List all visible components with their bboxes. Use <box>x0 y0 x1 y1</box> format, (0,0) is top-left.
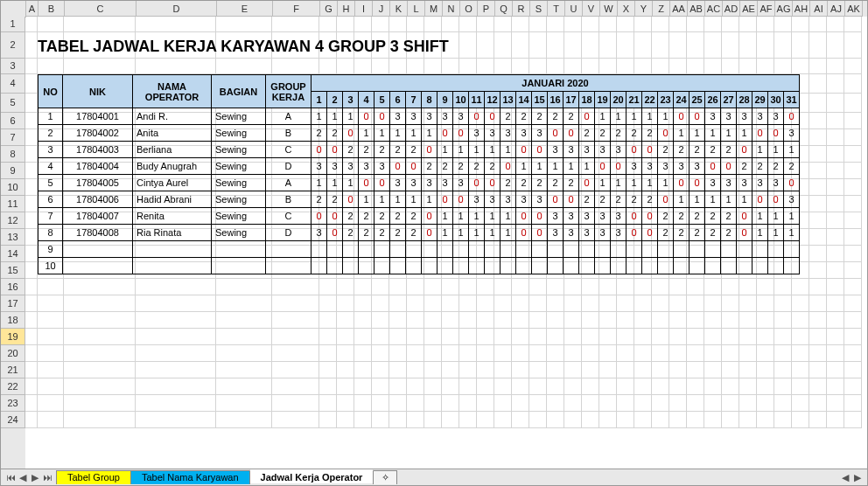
table-cell[interactable]: 1 <box>374 125 390 142</box>
column-header[interactable]: C <box>65 1 136 17</box>
table-cell[interactable]: 3 <box>548 225 564 241</box>
table-cell[interactable]: 3 <box>721 175 737 191</box>
table-cell[interactable]: 2 <box>374 142 390 158</box>
table-cell[interactable]: 1 <box>642 175 658 191</box>
table-cell[interactable]: A <box>266 108 312 125</box>
table-cell[interactable] <box>642 241 658 258</box>
table-cell[interactable]: 17804003 <box>63 142 133 158</box>
table-cell[interactable]: 3 <box>579 225 595 241</box>
table-cell[interactable]: 2 <box>690 225 705 241</box>
table-cell[interactable] <box>453 258 469 274</box>
column-header[interactable]: P <box>478 1 495 17</box>
table-cell[interactable]: 0 <box>658 125 674 142</box>
table-cell[interactable] <box>266 241 312 258</box>
table-cell[interactable] <box>359 258 374 274</box>
table-cell[interactable]: 0 <box>721 158 737 175</box>
table-cell[interactable] <box>548 241 564 258</box>
table-cell[interactable]: 3 <box>532 125 548 142</box>
table-cell[interactable]: Sewing <box>212 108 266 125</box>
column-header[interactable]: AK <box>845 1 863 17</box>
table-cell[interactable]: 3 <box>485 191 500 208</box>
table-cell[interactable]: 0 <box>705 158 721 175</box>
table-cell[interactable]: 1 <box>485 225 500 241</box>
table-cell[interactable] <box>485 241 500 258</box>
table-cell[interactable]: 0 <box>532 142 548 158</box>
table-cell[interactable]: 0 <box>564 191 579 208</box>
table-cell[interactable]: 0 <box>469 175 485 191</box>
table-cell[interactable]: 3 <box>705 175 721 191</box>
column-header[interactable]: B <box>38 1 65 17</box>
row-header[interactable]: 9 <box>1 163 25 179</box>
table-cell[interactable]: 0 <box>390 158 406 175</box>
table-cell[interactable]: 1 <box>784 142 800 158</box>
table-cell[interactable]: 2 <box>658 142 674 158</box>
table-cell[interactable]: 0 <box>359 108 374 125</box>
table-cell[interactable]: 1 <box>438 208 453 225</box>
row-header[interactable]: 5 <box>1 94 25 113</box>
table-cell[interactable] <box>266 258 312 274</box>
table-cell[interactable] <box>374 241 390 258</box>
table-cell[interactable]: 1 <box>752 142 768 158</box>
column-header[interactable]: T <box>548 1 565 17</box>
table-cell[interactable]: 2 <box>374 225 390 241</box>
table-cell[interactable] <box>500 258 516 274</box>
table-cell[interactable]: 1 <box>658 108 674 125</box>
table-cell[interactable]: 0 <box>532 208 548 225</box>
table-cell[interactable]: 3 <box>579 142 595 158</box>
table-cell[interactable]: 2 <box>374 208 390 225</box>
table-cell[interactable]: 0 <box>422 142 438 158</box>
column-header[interactable]: Q <box>495 1 513 17</box>
table-cell[interactable]: 0 <box>516 225 532 241</box>
table-cell[interactable] <box>768 241 784 258</box>
table-cell[interactable] <box>737 241 752 258</box>
table-cell[interactable]: C <box>266 142 312 158</box>
row-header[interactable]: 4 <box>1 74 25 94</box>
table-cell[interactable]: 0 <box>768 125 784 142</box>
table-cell[interactable] <box>658 241 674 258</box>
table-cell[interactable]: 0 <box>784 175 800 191</box>
table-cell[interactable]: Sewing <box>212 158 266 175</box>
table-cell[interactable]: 0 <box>516 208 532 225</box>
table-cell[interactable]: 2 <box>500 108 516 125</box>
table-cell[interactable]: 1 <box>595 175 611 191</box>
hscroll-right-icon[interactable]: ▶ <box>851 472 864 483</box>
column-header[interactable]: E <box>217 1 273 17</box>
row-header[interactable]: 1 <box>1 17 25 32</box>
table-cell[interactable] <box>784 241 800 258</box>
table-cell[interactable]: 1 <box>674 191 690 208</box>
table-cell[interactable] <box>343 258 359 274</box>
table-cell[interactable]: 2 <box>564 108 579 125</box>
table-cell[interactable]: D <box>266 158 312 175</box>
table-cell[interactable]: 1 <box>626 108 642 125</box>
row-header[interactable]: 15 <box>1 262 25 279</box>
table-cell[interactable]: 2 <box>611 125 626 142</box>
table-cell[interactable]: 1 <box>359 191 374 208</box>
table-cell[interactable]: Cintya Aurel <box>133 175 212 191</box>
table-cell[interactable]: 0 <box>752 191 768 208</box>
row-header[interactable]: 6 <box>1 113 25 129</box>
table-cell[interactable]: A <box>266 175 312 191</box>
table-cell[interactable]: 0 <box>438 125 453 142</box>
table-cell[interactable]: 3 <box>752 108 768 125</box>
table-cell[interactable]: 1 <box>579 158 595 175</box>
column-header[interactable]: J <box>373 1 390 17</box>
table-cell[interactable]: 2 <box>312 191 327 208</box>
table-cell[interactable]: 3 <box>438 175 453 191</box>
table-cell[interactable]: 2 <box>343 142 359 158</box>
table-cell[interactable]: 2 <box>690 142 705 158</box>
table-cell[interactable] <box>674 241 690 258</box>
table-cell[interactable]: 2 <box>737 158 752 175</box>
table-cell[interactable] <box>721 258 737 274</box>
table-cell[interactable]: 1 <box>453 208 469 225</box>
table-cell[interactable] <box>390 241 406 258</box>
table-cell[interactable]: 2 <box>595 191 611 208</box>
table-cell[interactable]: 1 <box>453 142 469 158</box>
table-cell[interactable] <box>212 241 266 258</box>
table-cell[interactable]: 2 <box>579 125 595 142</box>
table-cell[interactable]: 2 <box>359 142 374 158</box>
table-cell[interactable]: 1 <box>737 191 752 208</box>
table-cell[interactable] <box>642 258 658 274</box>
table-cell[interactable]: 6 <box>38 191 63 208</box>
table-cell[interactable]: 1 <box>564 158 579 175</box>
table-cell[interactable]: 2 <box>548 108 564 125</box>
